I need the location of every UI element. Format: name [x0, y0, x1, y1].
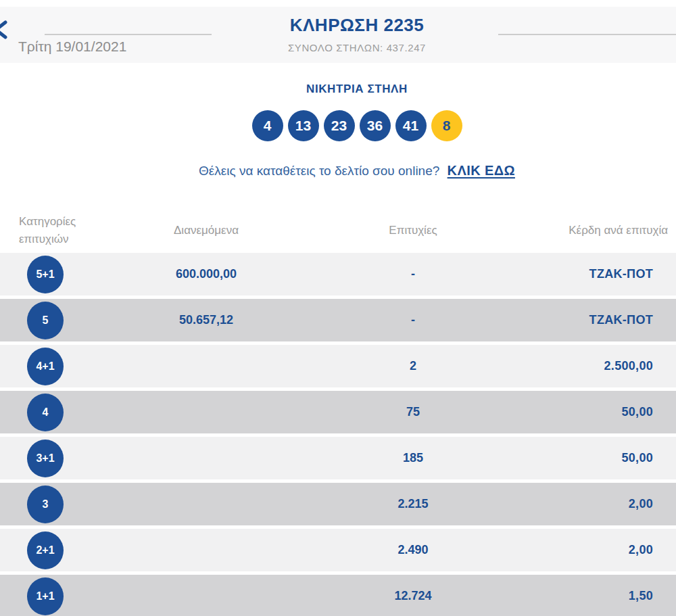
- winners-value: 2: [311, 359, 515, 373]
- prize-table-body: 5+1 600.000,00 - ΤΖΑΚ-ΠΟΤ 5 50.657,12 - …: [0, 253, 676, 616]
- winning-number-ball: 13: [288, 110, 319, 141]
- category-badge: 4: [27, 394, 64, 431]
- header-prize: Κέρδη ανά επιτυχία: [515, 224, 676, 237]
- table-row: 4 75 50,00: [0, 391, 676, 433]
- winners-value: 12.724: [311, 589, 515, 603]
- winning-numbers: 4 13 23 36 41 8: [0, 110, 676, 141]
- table-row: 5+1 600.000,00 - ΤΖΑΚ-ΠΟΤ: [0, 253, 676, 295]
- prize-value: 1,50: [515, 589, 676, 603]
- winning-column-title: ΝΙΚΗΤΡΙΑ ΣΤΗΛΗ: [0, 82, 676, 96]
- category-badge: 5+1: [27, 256, 64, 293]
- category-badge: 1+1: [27, 577, 64, 615]
- winners-value: 75: [311, 405, 515, 419]
- distributed-value: 600.000,00: [101, 267, 311, 281]
- winning-number-ball: 36: [360, 110, 391, 141]
- joker-ball: 8: [431, 110, 462, 141]
- online-cta: Θέλεις να καταθέτεις το δελτίο σου onlin…: [0, 163, 676, 179]
- category-badge: 3: [27, 485, 64, 523]
- header-categories: Κατηγορίες επιτυχιών: [0, 213, 101, 247]
- prize-table: Κατηγορίες επιτυχιών Διανεμόμενα Επιτυχί…: [0, 206, 676, 616]
- click-here-link[interactable]: ΚΛΙΚ ΕΔΩ: [448, 163, 515, 178]
- joker-draw-results-page: Τρίτη 19/01/2021 ΚΛΗΡΩΣΗ 2235 ΣΥΝΟΛΟ ΣΤΗ…: [0, 0, 676, 616]
- winners-value: -: [311, 313, 515, 327]
- total-columns: ΣΥΝΟΛΟ ΣΤΗΛΩΝ: 437.247: [0, 42, 676, 53]
- winners-value: 2.490: [311, 543, 515, 557]
- winners-value: -: [311, 267, 515, 281]
- prize-value: ΤΖΑΚ-ΠΟΤ: [515, 267, 676, 281]
- distributed-value: 50.657,12: [101, 313, 311, 327]
- winners-value: 2.215: [311, 497, 515, 511]
- table-row: 1+1 12.724 1,50: [0, 575, 676, 616]
- table-row: 4+1 2 2.500,00: [0, 345, 676, 387]
- draw-header: Τρίτη 19/01/2021 ΚΛΗΡΩΣΗ 2235 ΣΥΝΟΛΟ ΣΤΗ…: [0, 7, 676, 63]
- table-row: 3+1 185 50,00: [0, 437, 676, 479]
- category-badge: 4+1: [27, 348, 64, 385]
- table-row: 5 50.657,12 - ΤΖΑΚ-ΠΟΤ: [0, 299, 676, 341]
- draw-title: ΚΛΗΡΩΣΗ 2235: [0, 15, 676, 36]
- category-badge: 2+1: [27, 531, 64, 569]
- winners-value: 185: [311, 451, 515, 465]
- header-right-divider: [498, 34, 676, 35]
- prize-value: 50,00: [515, 405, 676, 419]
- header-distributed: Διανεμόμενα: [101, 224, 311, 237]
- winning-number-ball: 4: [252, 110, 283, 141]
- cta-question: Θέλεις να καταθέτεις το δελτίο σου onlin…: [199, 164, 439, 178]
- winning-number-ball: 41: [395, 110, 427, 141]
- prize-value: 50,00: [515, 451, 676, 465]
- prize-value: ΤΖΑΚ-ΠΟΤ: [515, 313, 676, 327]
- header-winners: Επιτυχίες: [311, 224, 515, 237]
- category-badge: 5: [27, 302, 64, 339]
- prize-table-header: Κατηγορίες επιτυχιών Διανεμόμενα Επιτυχί…: [0, 206, 676, 253]
- prize-value: 2.500,00: [515, 359, 676, 373]
- winning-number-ball: 23: [324, 110, 355, 141]
- category-badge: 3+1: [27, 440, 64, 477]
- table-row: 2+1 2.490 2,00: [0, 529, 676, 571]
- prize-value: 2,00: [515, 497, 676, 511]
- prize-value: 2,00: [515, 543, 676, 557]
- table-row: 3 2.215 2,00: [0, 483, 676, 525]
